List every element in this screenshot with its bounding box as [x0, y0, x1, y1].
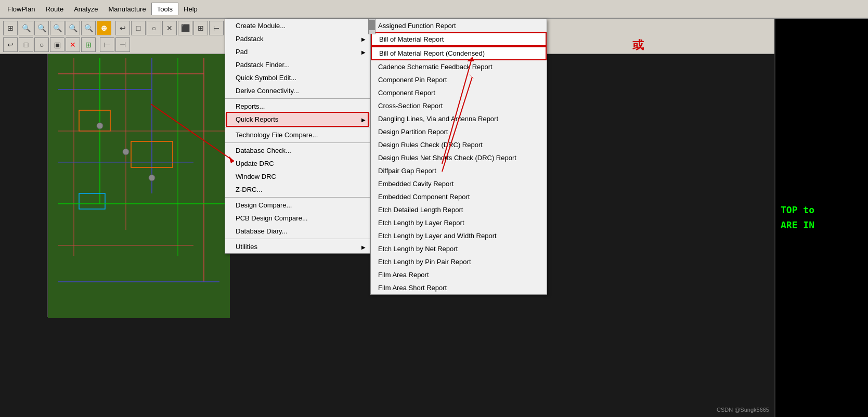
- qr-bill-of-material-condensed[interactable]: Bill of Material Report (Condensed): [371, 46, 547, 60]
- quick-reports-scrollbar[interactable]: [368, 19, 375, 34]
- menu-route[interactable]: Route: [40, 3, 69, 15]
- tools-menu-pcb-compare[interactable]: PCB Design Compare...: [225, 212, 370, 225]
- toolbar-highlight-btn[interactable]: ⬛: [178, 21, 192, 35]
- tools-menu-update-drc[interactable]: Update DRC: [225, 157, 370, 170]
- tools-menu-padstack-finder[interactable]: Padstack Finder...: [225, 58, 370, 71]
- toolbar-stretch-btn[interactable]: ⊢: [209, 21, 224, 35]
- menu-tools[interactable]: Tools: [151, 3, 178, 15]
- qr-etch-layer[interactable]: Etch Length by Layer Report: [371, 216, 547, 229]
- toolbar-zoom-out-btn[interactable]: 🔍: [66, 21, 80, 35]
- toolbar2-b8[interactable]: ⊣: [115, 37, 130, 52]
- toolbar2-b1[interactable]: ↩: [3, 37, 18, 52]
- qr-etch-pin-pair[interactable]: Etch Length by Pin Pair Report: [371, 255, 547, 268]
- qr-cadence-schematic[interactable]: Cadence Schematic Feedback Report: [371, 60, 547, 73]
- tools-sep-1: [225, 98, 370, 99]
- tools-menu-reports[interactable]: Reports...: [225, 100, 370, 113]
- qr-film-area-short[interactable]: Film Area Short Report: [371, 281, 547, 294]
- right-panel: TOP to ARE IN: [774, 19, 868, 417]
- tools-menu-tech-compare[interactable]: Technology File Compare...: [225, 128, 370, 141]
- toolbar-zoom-center-btn[interactable]: 🔍: [81, 21, 96, 35]
- toolbar2-b4[interactable]: ▣: [50, 37, 64, 52]
- pcb-board: [47, 47, 229, 317]
- tools-sep-5: [225, 239, 370, 239]
- toolbar-zoom-fit-btn[interactable]: 🔍: [19, 21, 33, 35]
- chinese-or-annotation: 或: [632, 37, 644, 53]
- scrollbar-thumb: [369, 20, 375, 30]
- tools-menu-db-diary[interactable]: Database Diary...: [225, 225, 370, 238]
- toolbar2-b7[interactable]: ⊢: [100, 37, 114, 52]
- qr-etch-layer-width[interactable]: Etch Length by Layer and Width Report: [371, 229, 547, 242]
- menu-help[interactable]: Help: [178, 3, 203, 15]
- qr-component-pin[interactable]: Component Pin Report: [371, 73, 547, 86]
- qr-bill-wrapper: Bill of Material Report: [371, 32, 547, 46]
- qr-etch-net[interactable]: Etch Length by Net Report: [371, 242, 547, 255]
- tools-menu-create-module[interactable]: Create Module...: [225, 19, 370, 32]
- qr-dangling-lines[interactable]: Dangling Lines, Via and Antenna Report: [371, 112, 547, 125]
- tools-sep-4: [225, 197, 370, 198]
- qr-bill-of-material[interactable]: Bill of Material Report: [371, 32, 547, 46]
- svg-point-11: [149, 175, 155, 181]
- tools-menu-db-check[interactable]: Database Check...: [225, 144, 370, 157]
- qr-bill-condensed-wrapper: Bill of Material Report (Condensed): [371, 46, 547, 60]
- toolbar2-b3[interactable]: ○: [34, 37, 49, 52]
- watermark: CSDN @Sungk5665: [717, 407, 769, 413]
- svg-rect-0: [48, 48, 230, 318]
- toolbar-box-btn[interactable]: □: [131, 21, 146, 35]
- svg-point-10: [123, 149, 129, 155]
- toolbar-sep1: [112, 21, 114, 35]
- right-text-1: TOP to: [781, 203, 814, 218]
- tools-menu-window-drc[interactable]: Window DRC: [225, 170, 370, 183]
- qr-film-area[interactable]: Film Area Report: [371, 268, 547, 281]
- qr-embedded-cavity[interactable]: Embedded Cavity Report: [371, 177, 547, 190]
- toolbar-zoom-area-btn[interactable]: ⊕: [97, 21, 111, 35]
- toolbar-zoom-in2-btn[interactable]: 🔍: [50, 21, 64, 35]
- qr-drc[interactable]: Design Rules Check (DRC) Report: [371, 138, 547, 151]
- right-text-2: ARE IN: [781, 218, 814, 233]
- toolbar2-b2[interactable]: □: [19, 37, 33, 52]
- toolbar-undo-btn[interactable]: ↩: [115, 21, 130, 35]
- tools-menu-padstack[interactable]: Padstack: [225, 32, 370, 45]
- qr-embedded-component[interactable]: Embedded Component Report: [371, 190, 547, 203]
- tools-menu-derive-connectivity[interactable]: Derive Connectivity...: [225, 84, 370, 97]
- tools-menu: Create Module... Padstack Pad Padstack F…: [225, 19, 370, 254]
- toolbar-route-btn[interactable]: ⊞: [193, 21, 208, 35]
- toolbar2-b6[interactable]: ⊞: [81, 37, 96, 52]
- menu-manufacture[interactable]: Manufacture: [103, 3, 151, 15]
- qr-diffpair-gap[interactable]: Diffpair Gap Report: [371, 164, 547, 177]
- tools-menu-pad[interactable]: Pad: [225, 45, 370, 58]
- qr-drc-shorts[interactable]: Design Rules Net Shorts Check (DRC) Repo…: [371, 151, 547, 164]
- quick-reports-menu: Assigned Function Report Bill of Materia…: [370, 19, 547, 295]
- toolbar2-sep: [97, 37, 99, 52]
- qr-assigned-function[interactable]: Assigned Function Report: [371, 19, 547, 32]
- qr-design-partition[interactable]: Design Partition Report: [371, 125, 547, 138]
- qr-etch-detailed[interactable]: Etch Detailed Length Report: [371, 203, 547, 216]
- tools-menu-quick-symbol-edit[interactable]: Quick Symbol Edit...: [225, 71, 370, 84]
- qr-component[interactable]: Component Report: [371, 86, 547, 99]
- toolbar-grid-btn[interactable]: ⊞: [3, 21, 18, 35]
- tools-sep-3: [225, 142, 370, 143]
- tools-menu-design-compare[interactable]: Design Compare...: [225, 199, 370, 212]
- menu-flowplan[interactable]: FlowPlan: [2, 3, 40, 15]
- toolbar-circle-btn[interactable]: ○: [147, 21, 161, 35]
- qr-cross-section[interactable]: Cross-Section Report: [371, 99, 547, 112]
- menu-bar: FlowPlan Route Analyze Manufacture Tools…: [0, 0, 868, 19]
- tools-menu-quick-reports[interactable]: Quick Reports: [225, 113, 370, 126]
- toolbar2-b5[interactable]: ✕: [66, 37, 80, 52]
- toolbar-zoom-in-btn[interactable]: 🔍: [34, 21, 49, 35]
- tools-sep-2: [225, 127, 370, 127]
- toolbar-cross-btn[interactable]: ✕: [162, 21, 177, 35]
- tools-menu-z-drc[interactable]: Z-DRC...: [225, 183, 370, 196]
- svg-point-9: [97, 123, 103, 129]
- tools-menu-utilities[interactable]: Utilities: [225, 240, 370, 253]
- menu-analyze[interactable]: Analyze: [69, 3, 103, 15]
